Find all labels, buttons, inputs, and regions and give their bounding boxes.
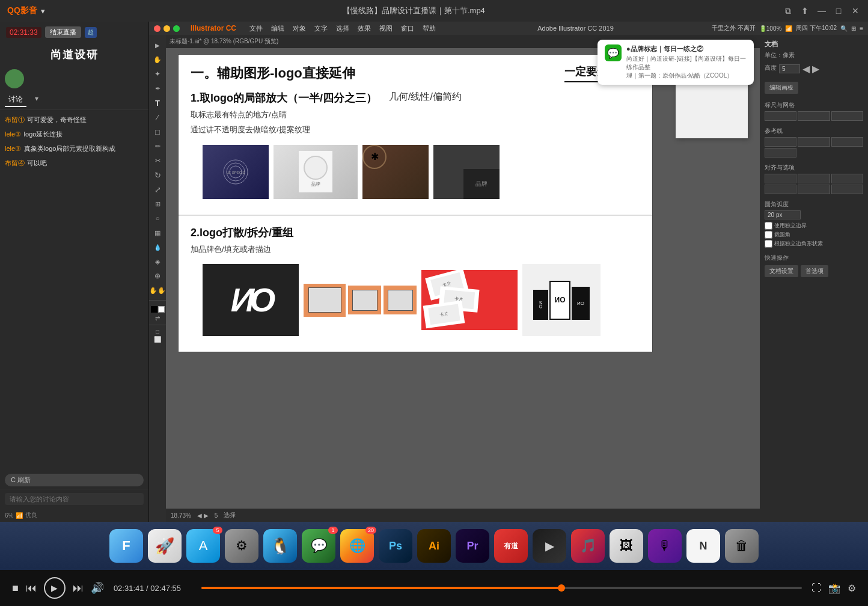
fullscreen-icon[interactable]: ⛶ <box>811 583 821 593</box>
screen-mode-icon[interactable]: ⬜ <box>154 336 161 343</box>
align-btn-3[interactable] <box>831 174 863 183</box>
menu-icon[interactable]: ≡ <box>860 25 863 32</box>
next-button[interactable]: ⏭ <box>73 582 84 595</box>
dock-music[interactable]: 🎵 <box>571 529 605 563</box>
dock-finalcut[interactable]: ▶ <box>533 529 566 563</box>
control-icon[interactable]: ⊞ <box>851 25 856 32</box>
hand-tool[interactable]: ✋ <box>150 284 165 297</box>
end-live-button[interactable]: 结束直播 <box>45 26 81 38</box>
dock-photoshop[interactable]: Ps <box>379 529 412 563</box>
player-progress-thumb[interactable] <box>558 584 565 592</box>
ai-menu-type[interactable]: 文字 <box>311 24 331 33</box>
ai-menu-effect[interactable]: 效果 <box>354 24 374 33</box>
rectangle-tool[interactable] <box>150 125 165 138</box>
stroke-swatch[interactable] <box>158 306 165 313</box>
share-button[interactable]: ⬆ <box>799 5 810 16</box>
edit-artboard-btn[interactable]: 编辑画板 <box>765 82 798 94</box>
mac-minimize-dot[interactable] <box>164 25 170 32</box>
direct-select-tool[interactable] <box>150 53 165 66</box>
dock-wechat[interactable]: 1 💬 <box>302 529 335 563</box>
prev-button[interactable]: ⏮ <box>26 582 37 595</box>
height-decrease[interactable]: ◀ <box>802 63 810 75</box>
dock-illustrator[interactable]: Ai <box>417 529 451 563</box>
ruler-btn-3[interactable] <box>831 111 863 121</box>
app-dropdown[interactable]: ▾ <box>41 7 45 16</box>
player-progress-bar[interactable] <box>201 587 802 589</box>
align-btn-5[interactable] <box>798 185 830 194</box>
doc-setup-btn[interactable]: 文档设置 <box>765 265 798 277</box>
volume-button[interactable]: 🔊 <box>91 581 104 595</box>
type-tool[interactable] <box>150 96 165 109</box>
dock-photos[interactable]: 🖼 <box>610 529 643 563</box>
chat-input[interactable] <box>5 493 144 505</box>
ai-menu-select[interactable]: 选择 <box>332 24 353 33</box>
height-input[interactable] <box>779 64 800 73</box>
settings-player-icon[interactable]: ⚙ <box>848 583 856 594</box>
line-tool[interactable] <box>150 111 165 124</box>
ai-canvas[interactable]: 一。辅助图形-logo直接延伸 一定要运用！！ 1.取logo的局部放大（一半/… <box>166 48 760 509</box>
tab-dropdown[interactable]: ▾ <box>31 93 42 107</box>
warp-tool[interactable] <box>150 197 165 210</box>
draw-mode-icon[interactable]: □ <box>156 328 159 335</box>
pen-tool[interactable] <box>150 82 165 95</box>
mac-maximize-dot[interactable] <box>173 25 180 32</box>
zoom-tool[interactable] <box>150 269 165 283</box>
magic-wand-tool[interactable]: ✦ <box>150 67 165 81</box>
radius-input[interactable] <box>765 210 801 219</box>
guide-btn-4[interactable] <box>765 148 796 158</box>
ai-menu-help[interactable]: 帮助 <box>419 24 439 33</box>
shape-builder-tool[interactable] <box>150 212 165 225</box>
align-btn-6[interactable] <box>831 185 863 194</box>
dock-youdao[interactable]: 有道 <box>494 529 528 563</box>
swap-icon[interactable]: ⇌ <box>155 315 160 322</box>
corner-checkbox-1[interactable] <box>765 222 772 230</box>
guide-btn-3[interactable] <box>831 137 863 147</box>
guide-btn-1[interactable] <box>765 137 796 147</box>
dock-finder[interactable]: F <box>109 529 143 563</box>
dock-settings[interactable]: ⚙ <box>225 529 258 563</box>
ai-menu-window[interactable]: 窗口 <box>397 24 418 33</box>
align-btn-1[interactable] <box>765 174 796 183</box>
dock-trash[interactable]: 🗑 <box>725 529 759 563</box>
select-tool[interactable] <box>150 38 165 52</box>
ai-menu-view[interactable]: 视图 <box>376 24 396 33</box>
pip-button[interactable]: ⧉ <box>783 5 793 16</box>
corner-cb-1[interactable]: 使用独立边界 <box>765 222 863 230</box>
scale-tool[interactable] <box>150 183 165 196</box>
corner-checkbox-2[interactable] <box>765 231 772 239</box>
height-increase[interactable]: ▶ <box>812 63 819 75</box>
screenshot-icon[interactable]: 📸 <box>828 583 840 594</box>
guide-btn-2[interactable] <box>798 137 830 147</box>
corner-cb-3[interactable]: 根据独立边角形状素 <box>765 240 863 248</box>
blend-tool[interactable] <box>150 255 165 268</box>
ai-menu-object[interactable]: 对象 <box>289 24 310 33</box>
close-button[interactable]: ✕ <box>850 5 861 16</box>
align-btn-2[interactable] <box>798 174 830 183</box>
dock-appstore[interactable]: 5 A <box>186 529 220 563</box>
search-icon[interactable]: 🔍 <box>840 25 848 32</box>
ruler-btn-1[interactable] <box>765 111 796 121</box>
eyedropper-tool[interactable] <box>150 240 165 254</box>
maximize-button[interactable]: □ <box>833 5 844 16</box>
scissors-tool[interactable] <box>150 154 165 167</box>
play-pause-button[interactable]: ▶ <box>44 577 66 599</box>
refresh-button[interactable]: C 刷新 <box>5 474 144 486</box>
gradient-tool[interactable] <box>150 226 165 239</box>
corner-cb-2[interactable]: 裁圆角 <box>765 231 863 239</box>
dock-premiere[interactable]: Pr <box>456 529 489 563</box>
minimize-button[interactable]: — <box>816 5 827 16</box>
brush-tool[interactable] <box>150 139 165 153</box>
ai-menu-edit[interactable]: 编辑 <box>267 24 288 33</box>
dock-qq[interactable]: 🐧 <box>263 529 297 563</box>
mac-close-dot[interactable] <box>154 25 160 32</box>
prefs-btn[interactable]: 首选项 <box>801 265 828 277</box>
dock-launchpad[interactable]: 🚀 <box>148 529 182 563</box>
corner-checkbox-3[interactable] <box>765 240 772 248</box>
ai-menu-file[interactable]: 文件 <box>246 24 266 33</box>
dock-chrome[interactable]: 20 🌐 <box>340 529 374 563</box>
align-btn-4[interactable] <box>765 185 796 194</box>
fill-swatch[interactable] <box>151 306 157 313</box>
stop-button[interactable]: ■ <box>12 582 19 595</box>
rotate-tool[interactable] <box>150 168 165 182</box>
dock-podcast[interactable]: 🎙 <box>648 529 682 563</box>
